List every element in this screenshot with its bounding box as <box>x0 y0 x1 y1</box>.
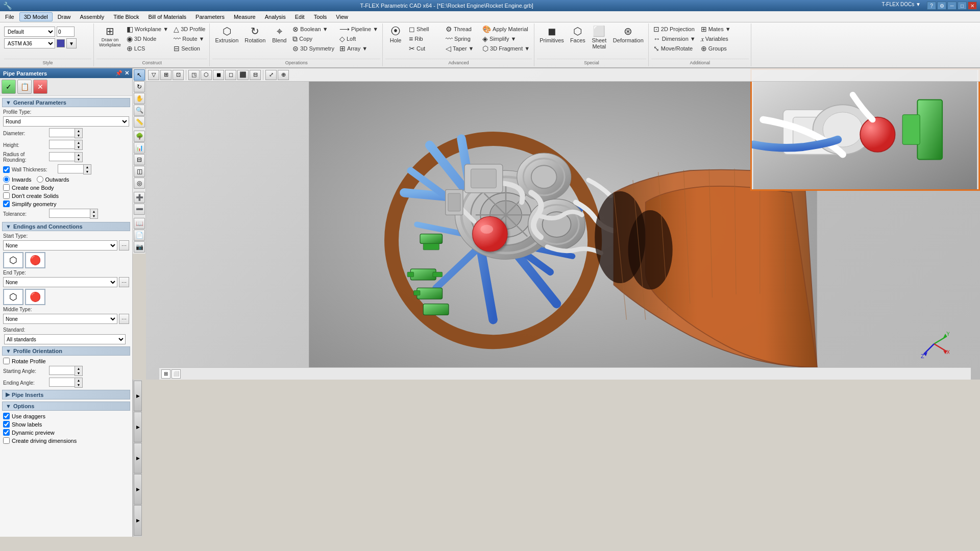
profile3d-btn[interactable]: △ 3D Profile <box>172 24 207 34</box>
start-icon-2[interactable]: 🔴 <box>25 252 45 268</box>
menu-tools[interactable]: Tools <box>310 13 331 21</box>
table-btn[interactable]: 📊 <box>134 142 145 154</box>
vp-wire-btn[interactable]: ◻ <box>225 70 236 80</box>
dimension-btn[interactable]: ↔ Dimension ▼ <box>651 34 698 43</box>
rs-btn-5[interactable]: ▶ <box>134 505 142 536</box>
end-type-extra-btn[interactable]: ⋯ <box>119 277 129 287</box>
vp-render-btn[interactable]: ⬛ <box>237 70 249 80</box>
menu-assembly[interactable]: Assembly <box>76 13 108 21</box>
panel-pin-btn[interactable]: 📌 <box>115 70 122 77</box>
copy-params-btn[interactable]: 📋 <box>17 80 32 94</box>
faces-btn[interactable]: ⬡ Faces <box>568 24 588 45</box>
start-type-select[interactable]: None <box>3 240 117 251</box>
ending-angle-up[interactable]: ▲ <box>75 378 82 383</box>
apply-material-btn[interactable]: 🎨 Apply Material <box>480 24 532 34</box>
help-btn[interactable]: ? <box>927 2 936 10</box>
rib-btn[interactable]: ≡ Rib <box>407 34 443 43</box>
layer-btn[interactable]: ◫ <box>134 166 145 177</box>
boolean-btn[interactable]: ⊗ Boolean ▼ <box>290 24 336 34</box>
simplify-btn[interactable]: ◈ Simplify ▼ <box>480 34 532 43</box>
minus-btn[interactable]: ➖ <box>134 204 145 215</box>
vp-shade-btn[interactable]: ◼ <box>213 70 224 80</box>
viewport[interactable]: ▽ ⊞ ⊡ ◳ ⬡ ◼ ◻ ⬛ ⊟ ⤢ ⊕ <box>146 68 980 380</box>
menu-view[interactable]: View <box>332 13 352 21</box>
end-icon-1[interactable]: ⬡ <box>3 289 23 305</box>
confirm-btn[interactable]: ✓ <box>2 80 16 94</box>
end-icon-2[interactable]: 🔴 <box>25 289 45 305</box>
menu-parameters[interactable]: Parameters <box>191 13 229 21</box>
taper-btn[interactable]: ◁ Taper ▼ <box>444 44 479 53</box>
starting-angle-down[interactable]: ▼ <box>75 371 82 375</box>
vp-section-btn[interactable]: ⊟ <box>250 70 261 80</box>
menu-bom[interactable]: Bill of Materials <box>144 13 191 21</box>
dynamic-preview-checkbox[interactable] <box>3 429 10 436</box>
draw-on-workplane-btn[interactable]: ⊞ Draw on Workplane <box>96 24 124 49</box>
move-rotate-btn[interactable]: ⤡ Move/Rotate <box>651 44 698 53</box>
cancel-btn[interactable]: ✕ <box>33 80 47 94</box>
section-btn[interactable]: ⊟ Section <box>172 44 207 53</box>
menu-edit[interactable]: Edit <box>291 13 309 21</box>
symmetry-btn[interactable]: ⊜ 3D Symmetry <box>290 44 336 53</box>
ending-angle-input[interactable]: 0 <box>49 378 75 387</box>
diameter-up[interactable]: ▲ <box>75 129 82 133</box>
standard-select[interactable]: All standards <box>4 334 126 344</box>
rotate-profile-checkbox[interactable] <box>3 358 10 364</box>
radius-down[interactable]: ▼ <box>75 157 82 162</box>
start-type-extra-btn[interactable]: ⋯ <box>119 240 129 251</box>
vp-filter-btn[interactable]: ▽ <box>148 70 159 80</box>
material-select[interactable]: ASTM A36 <box>4 38 55 48</box>
profile-type-select[interactable]: Round <box>3 116 129 127</box>
filter-btn[interactable]: ⊟ <box>134 154 145 165</box>
wall-thickness-input[interactable]: 1 <box>58 164 83 173</box>
camera-btn[interactable]: 📷 <box>134 241 145 253</box>
vp-ortho-btn[interactable]: ◳ <box>188 70 200 80</box>
wall-thickness-up[interactable]: ▲ <box>84 165 91 169</box>
menu-draw[interactable]: Draw <box>54 13 75 21</box>
close-btn[interactable]: ✕ <box>968 2 977 10</box>
menu-3dmodel[interactable]: 3D Model <box>19 12 53 21</box>
rotate-tool-btn[interactable]: ↻ <box>134 81 145 92</box>
rs-btn-3[interactable]: ▶ <box>134 443 142 473</box>
doc-btn[interactable]: 📄 <box>134 230 145 241</box>
rotation-btn[interactable]: ↻ Rotation <box>242 24 268 45</box>
radius-input[interactable]: 0 <box>49 152 75 161</box>
vp-fit-btn[interactable]: ⤢ <box>265 70 277 80</box>
height-input[interactable] <box>57 27 75 37</box>
pan-tool-btn[interactable]: ✋ <box>134 93 145 104</box>
pipe-inserts-header[interactable]: ▶ Pipe Inserts <box>2 390 130 399</box>
thread-btn[interactable]: ⚙ Thread <box>444 24 479 34</box>
rs-btn-2[interactable]: ▶ <box>134 412 142 442</box>
endings-header[interactable]: ▼ Endings and Connections <box>2 222 130 231</box>
deformation-btn[interactable]: ⊛ Deformation <box>610 24 646 45</box>
menu-analysis[interactable]: Analysis <box>261 13 290 21</box>
lcs-btn[interactable]: ⊕ LCS <box>125 44 170 53</box>
outwards-radio[interactable] <box>37 176 43 183</box>
options-header[interactable]: ▼ Options <box>2 402 130 411</box>
route-btn[interactable]: 〰 Route ▼ <box>172 34 207 43</box>
simplify-geometry-checkbox[interactable] <box>3 201 10 207</box>
create-one-body-checkbox[interactable] <box>3 184 10 191</box>
profile-orientation-header[interactable]: ▼ Profile Orientation <box>2 346 130 356</box>
hole-btn[interactable]: ⦿ Hole <box>385 24 406 45</box>
node3d-btn[interactable]: ◉ 3D Node <box>125 34 170 43</box>
zoom-tool-btn[interactable]: 🔍 <box>134 105 145 116</box>
diameter-input[interactable]: 10 <box>49 128 75 137</box>
rs-btn-1[interactable]: ▶ <box>134 381 142 411</box>
starting-angle-input[interactable]: 0 <box>49 366 75 375</box>
bb-split-btn[interactable]: ⬜ <box>172 369 181 379</box>
select-tool-btn[interactable]: ↖ <box>134 69 145 81</box>
show-labels-checkbox[interactable] <box>3 421 10 428</box>
array-btn[interactable]: ⊞ Array ▼ <box>337 44 380 53</box>
mates-btn[interactable]: ⊞ Mates ▼ <box>699 24 734 34</box>
vp-center-btn[interactable]: ⊕ <box>278 70 289 80</box>
settings-btn[interactable]: ⚙ <box>937 2 946 10</box>
restore-btn[interactable]: □ <box>958 2 967 10</box>
variables-btn[interactable]: 𝑥 Variables <box>699 34 734 43</box>
primitives-btn[interactable]: ◼ Primitives <box>537 24 567 45</box>
use-draggers-checkbox[interactable] <box>3 413 10 419</box>
radius-up[interactable]: ▲ <box>75 153 82 157</box>
snap-btn[interactable]: ◎ <box>134 178 145 189</box>
vp-snap-btn[interactable]: ⊡ <box>173 70 184 80</box>
shell-btn[interactable]: ◻ Shell <box>407 24 443 34</box>
middle-type-select[interactable]: None <box>3 314 117 324</box>
